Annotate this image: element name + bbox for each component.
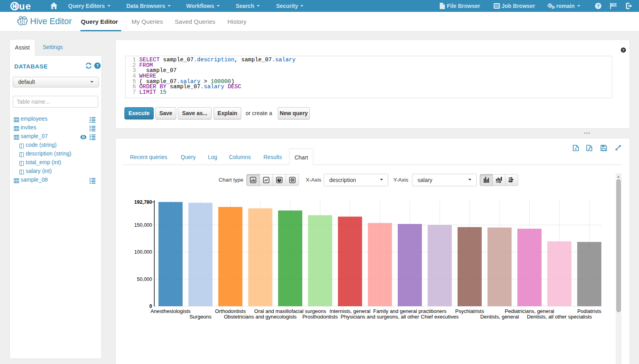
svg-text:Anesthesiologists: Anesthesiologists — [151, 308, 191, 314]
svg-text:50,000: 50,000 — [137, 277, 152, 282]
svg-text:192,780: 192,780 — [134, 199, 152, 205]
svg-text:Dentists, general: Dentists, general — [480, 314, 519, 320]
svg-text:Dentists, all other specialist: Dentists, all other specialists — [527, 314, 592, 320]
svg-text:Chief executives: Chief executives — [421, 314, 459, 320]
svg-text:?: ? — [96, 63, 99, 68]
svg-text:Physicians and surgeons, all o: Physicians and surgeons, all other — [341, 314, 420, 320]
svg-text:Prosthodontists: Prosthodontists — [302, 314, 338, 320]
svg-text:100,000: 100,000 — [134, 249, 152, 255]
svg-text:Obstetricians and gynecologist: Obstetricians and gynecologists — [224, 314, 297, 320]
svg-text:Surgeons: Surgeons — [189, 314, 212, 320]
svg-text:150,000: 150,000 — [134, 222, 152, 228]
